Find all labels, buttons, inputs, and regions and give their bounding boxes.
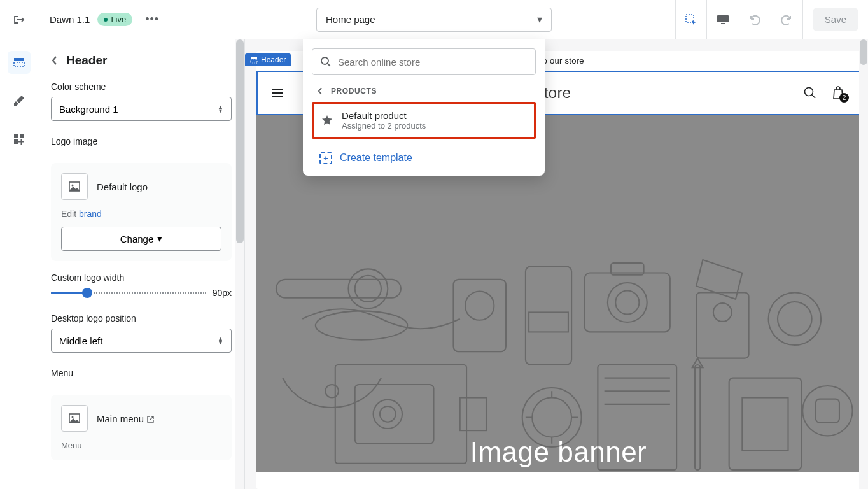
svg-rect-22 xyxy=(529,312,568,332)
svg-rect-1 xyxy=(717,15,729,22)
svg-rect-44 xyxy=(816,399,839,423)
svg-rect-33 xyxy=(355,385,434,444)
image-icon xyxy=(68,180,81,193)
svg-point-25 xyxy=(615,290,639,314)
topbar: Dawn 1.1 Live ••• Home page ▾ Save xyxy=(0,0,868,39)
svg-rect-23 xyxy=(585,273,670,332)
field-label: Color scheme xyxy=(51,82,232,92)
menu-row: Main menu xyxy=(61,405,221,432)
create-template-button[interactable]: + Create template xyxy=(312,145,536,171)
menu-card: Main menu Menu xyxy=(51,395,232,460)
slider-knob[interactable] xyxy=(82,288,92,298)
svg-rect-15 xyxy=(276,280,401,298)
svg-rect-13 xyxy=(251,60,257,63)
svg-point-43 xyxy=(802,386,852,436)
live-badge: Live xyxy=(97,13,132,26)
svg-point-45 xyxy=(321,57,328,64)
sidebar-scrollbar[interactable] xyxy=(235,39,244,489)
field-label: Menu xyxy=(51,368,232,378)
cart-button[interactable]: 2 xyxy=(831,85,845,101)
logo-card: Default logo Edit brand Change ▾ xyxy=(51,163,232,261)
logo-name: Default logo xyxy=(97,181,148,192)
inspector-button[interactable] xyxy=(675,0,707,39)
crumb-label: PRODUCTS xyxy=(331,87,377,96)
plus-dashed-icon: + xyxy=(319,152,332,164)
svg-rect-2 xyxy=(721,23,725,24)
width-slider-row: 90px xyxy=(51,288,232,298)
field-label: Desktop logo position xyxy=(51,313,232,323)
search-icon xyxy=(320,56,332,67)
svg-point-31 xyxy=(325,385,339,398)
header-section-tag[interactable]: Header xyxy=(245,53,291,66)
image-icon xyxy=(68,412,81,425)
redo-button[interactable] xyxy=(771,0,802,39)
svg-rect-12 xyxy=(251,57,257,59)
sidebar-back-button[interactable] xyxy=(51,55,59,66)
template-dropdown: PRODUCTS Default product Assigned to 2 p… xyxy=(303,39,545,176)
logo-thumbnail[interactable] xyxy=(61,173,88,200)
edit-brand-text: Edit brand xyxy=(61,209,221,219)
svg-point-24 xyxy=(608,283,647,322)
logo-image-field: Logo image xyxy=(38,129,244,159)
svg-rect-36 xyxy=(460,398,486,431)
svg-rect-39 xyxy=(598,365,676,470)
cart-count-badge: 2 xyxy=(839,93,849,103)
width-slider[interactable] xyxy=(51,288,206,298)
template-search[interactable] xyxy=(312,48,536,75)
menu-sublabel: Menu xyxy=(61,441,221,450)
svg-rect-21 xyxy=(526,266,571,365)
template-selector[interactable]: Home page ▾ xyxy=(316,8,552,32)
svg-point-11 xyxy=(72,416,74,418)
search-icon[interactable] xyxy=(803,86,817,100)
svg-point-30 xyxy=(778,302,812,336)
change-logo-button[interactable]: Change ▾ xyxy=(61,227,221,251)
color-scheme-select[interactable]: Background 1 ▲▼ xyxy=(51,97,232,121)
viewport-desktop-button[interactable] xyxy=(707,0,739,39)
svg-rect-40 xyxy=(695,365,700,470)
search-input-field[interactable] xyxy=(338,57,528,67)
menu-toggle-button[interactable] xyxy=(272,89,283,97)
save-button[interactable]: Save xyxy=(813,8,858,31)
app-embeds-tab[interactable] xyxy=(8,127,31,150)
more-menu-button[interactable]: ••• xyxy=(145,13,159,26)
scrollbar-thumb[interactable] xyxy=(236,39,244,243)
settings-sidebar: Header Color scheme Background 1 ▲▼ Logo… xyxy=(38,39,245,489)
svg-rect-42 xyxy=(742,398,788,451)
svg-point-28 xyxy=(713,303,732,322)
sidebar-header: Header xyxy=(38,39,244,74)
svg-rect-4 xyxy=(14,62,24,67)
brand-link[interactable]: brand xyxy=(79,209,102,219)
exit-button[interactable] xyxy=(0,0,38,39)
default-product-item[interactable]: Default product Assigned to 2 products xyxy=(312,102,536,139)
svg-point-20 xyxy=(465,291,494,320)
svg-point-14 xyxy=(805,88,813,96)
menu-field: Menu xyxy=(38,360,244,391)
desktop-icon xyxy=(716,14,730,25)
svg-point-9 xyxy=(72,185,74,187)
menu-name: Main menu xyxy=(97,413,155,424)
theme-name: Dawn 1.1 xyxy=(50,14,90,25)
section-icon xyxy=(250,56,258,64)
preview-scrollbar[interactable] xyxy=(859,39,868,489)
undo-button[interactable] xyxy=(739,0,771,39)
desktop-position-select[interactable]: Middle left ▲▼ xyxy=(51,329,232,353)
select-updown-icon: ▲▼ xyxy=(218,105,223,113)
caret-down-icon: ▾ xyxy=(157,233,162,244)
sections-tab[interactable] xyxy=(8,51,31,74)
svg-point-38 xyxy=(532,398,571,437)
chevron-left-icon xyxy=(317,87,323,96)
slider-value: 90px xyxy=(213,288,232,298)
exit-icon xyxy=(13,13,25,26)
svg-rect-7 xyxy=(14,139,18,144)
undo-redo-group xyxy=(739,0,803,39)
product-item-subtitle: Assigned to 2 products xyxy=(342,121,426,131)
svg-point-35 xyxy=(380,406,396,422)
logo-row: Default logo xyxy=(61,173,221,200)
svg-point-29 xyxy=(769,293,822,346)
svg-rect-41 xyxy=(729,378,801,470)
inspector-icon xyxy=(684,13,698,27)
theme-settings-tab[interactable] xyxy=(8,89,31,112)
scrollbar-thumb[interactable] xyxy=(860,39,867,65)
menu-thumbnail[interactable] xyxy=(61,405,88,432)
dropdown-crumb[interactable]: PRODUCTS xyxy=(312,75,536,101)
